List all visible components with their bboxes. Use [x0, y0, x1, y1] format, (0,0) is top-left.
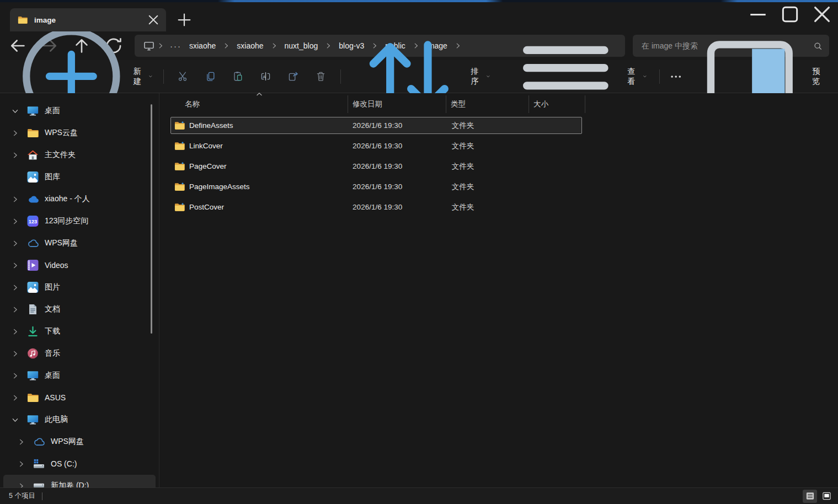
file-name: LinkCover — [189, 142, 223, 150]
sidebar-item-此电脑[interactable]: 此电脑 — [3, 409, 156, 431]
cloud-icon — [27, 238, 39, 249]
sidebar-item-文档[interactable]: 文档 — [3, 298, 156, 320]
rename-button[interactable]: A — [255, 67, 277, 87]
sidebar-item-图片[interactable]: 图片 — [3, 276, 156, 298]
maximize-button[interactable] — [774, 2, 806, 26]
chevron-right-icon[interactable] — [17, 482, 25, 488]
cut-icon — [177, 71, 189, 82]
minimize-button[interactable] — [742, 2, 774, 26]
sidebar-item-音乐[interactable]: 音乐 — [3, 342, 156, 364]
breadcrumb-segment[interactable]: sxiaohe — [185, 39, 220, 52]
file-row-PageImageAssets[interactable]: PageImageAssets2026/1/6 19:30文件夹 — [170, 178, 582, 195]
sidebar-item-label: Videos — [45, 261, 68, 270]
column-header-type[interactable]: 类型 — [446, 95, 529, 113]
breadcrumb-segment[interactable]: sxiaohe — [232, 39, 268, 52]
file-row-PageCover[interactable]: PageCover2026/1/6 19:30文件夹 — [170, 158, 582, 175]
sidebar-item-桌面[interactable]: 桌面 — [3, 364, 156, 387]
chevron-right-icon[interactable] — [11, 372, 19, 380]
copy-button[interactable] — [200, 67, 222, 87]
sidebar-item-xiaohe - 个人[interactable]: xiaohe - 个人 — [3, 188, 156, 210]
sidebar-item-label: WPS网盘 — [45, 238, 78, 248]
column-headers: 名称修改日期类型大小 — [170, 95, 585, 113]
sidebar-item-桌面[interactable]: 桌面 — [3, 100, 156, 122]
sidebar-item-ASUS[interactable]: ASUS — [3, 387, 156, 409]
explorer-tab[interactable]: image — [10, 8, 166, 31]
cut-button[interactable] — [172, 67, 194, 87]
icons-view-button[interactable] — [819, 490, 834, 503]
file-type: 文件夹 — [446, 141, 529, 151]
sidebar-item-123同步空间[interactable]: 123123同步空间 — [3, 210, 156, 232]
sidebar-item-WPS云盘[interactable]: WPS云盘 — [3, 122, 156, 144]
documents-icon — [27, 304, 39, 315]
preview-button-label: 预览 — [812, 67, 823, 87]
chevron-right-icon[interactable] — [11, 283, 19, 292]
column-header-date[interactable]: 修改日期 — [348, 95, 446, 113]
breadcrumb-chevron-icon[interactable] — [222, 42, 230, 50]
paste-button[interactable] — [227, 67, 249, 87]
delete-button[interactable] — [310, 67, 332, 87]
breadcrumb-chevron-icon[interactable] — [157, 42, 164, 50]
pictures-icon — [27, 282, 39, 293]
chevron-down-icon[interactable] — [11, 416, 19, 424]
cloud-icon — [33, 436, 45, 447]
sidebar-item-label: xiaohe - 个人 — [45, 194, 90, 204]
details-view-button[interactable] — [803, 490, 817, 503]
chevron-right-icon[interactable] — [11, 261, 19, 270]
column-header-size[interactable]: 大小 — [529, 95, 585, 113]
folder-icon — [27, 127, 39, 138]
file-type: 文件夹 — [446, 121, 529, 131]
chevron-down-icon — [643, 73, 647, 79]
chevron-down-icon[interactable] — [11, 107, 19, 115]
breadcrumb-chevron-icon[interactable] — [324, 42, 332, 50]
file-explorer-window: image ···sxiaohesxiaohenuxt_blogblog-v3p… — [0, 0, 838, 504]
folder-icon — [174, 182, 185, 191]
desktop-icon — [27, 105, 39, 116]
chevron-right-icon[interactable] — [17, 438, 25, 446]
chevron-right-icon[interactable] — [11, 328, 19, 336]
sidebar-scrollbar[interactable] — [151, 104, 152, 334]
more-options-button[interactable] — [668, 67, 684, 87]
file-row-LinkCover[interactable]: LinkCover2026/1/6 19:30文件夹 — [170, 137, 582, 154]
breadcrumb-segment[interactable]: nuxt_blog — [280, 39, 323, 52]
chevron-right-icon[interactable] — [11, 129, 19, 137]
chevron-right-icon[interactable] — [11, 350, 19, 358]
sidebar-item-新加卷 (D:)[interactable]: 新加卷 (D:) — [3, 475, 156, 487]
desktop-icon — [27, 414, 39, 425]
folder-icon — [27, 392, 39, 403]
breadcrumb-overflow-button[interactable]: ··· — [167, 41, 185, 51]
file-date: 2026/1/6 19:30 — [348, 183, 446, 191]
chevron-right-icon[interactable] — [11, 394, 19, 402]
chevron-right-icon[interactable] — [11, 195, 19, 203]
sidebar-item-label: 图库 — [45, 172, 60, 182]
tab-close-icon[interactable] — [146, 13, 161, 27]
sidebar-item-WPS网盘[interactable]: WPS网盘 — [3, 232, 156, 254]
sync123-icon: 123 — [27, 216, 39, 227]
chevron-right-icon[interactable] — [11, 305, 19, 314]
sidebar-item-WPS网盘[interactable]: WPS网盘 — [3, 431, 156, 453]
column-header-name[interactable]: 名称 — [170, 95, 348, 113]
sidebar-item-Videos[interactable]: Videos — [3, 254, 156, 276]
sidebar-item-图库[interactable]: 图库 — [3, 166, 156, 188]
chevron-right-icon[interactable] — [11, 151, 19, 159]
sidebar-item-下载[interactable]: 下载 — [3, 320, 156, 342]
breadcrumb-chevron-icon[interactable] — [270, 42, 278, 50]
share-button[interactable] — [282, 67, 305, 87]
file-row-DefineAssets[interactable]: DefineAssets2026/1/6 19:30文件夹 — [170, 117, 582, 134]
folder-icon — [174, 162, 185, 171]
file-row-PostCover[interactable]: PostCover2026/1/6 19:30文件夹 — [170, 199, 582, 216]
column-header-label: 大小 — [533, 99, 548, 109]
column-header-label: 修改日期 — [353, 99, 382, 109]
column-header-label: 类型 — [451, 99, 466, 109]
sidebar-item-主文件夹[interactable]: 主文件夹 — [3, 144, 156, 166]
toolbar-separator — [659, 69, 660, 84]
chevron-right-icon[interactable] — [17, 460, 25, 468]
close-button[interactable] — [806, 2, 838, 26]
file-name: PageImageAssets — [189, 183, 250, 191]
sidebar-item-label: OS (C:) — [51, 459, 77, 468]
file-date: 2026/1/6 19:30 — [348, 162, 446, 170]
sidebar-item-label: 桌面 — [45, 371, 60, 380]
chevron-right-icon[interactable] — [11, 239, 19, 248]
chevron-right-icon[interactable] — [11, 217, 19, 226]
sidebar-item-OS (C:)[interactable]: OS (C:) — [3, 453, 156, 475]
new-tab-button[interactable] — [176, 12, 193, 28]
